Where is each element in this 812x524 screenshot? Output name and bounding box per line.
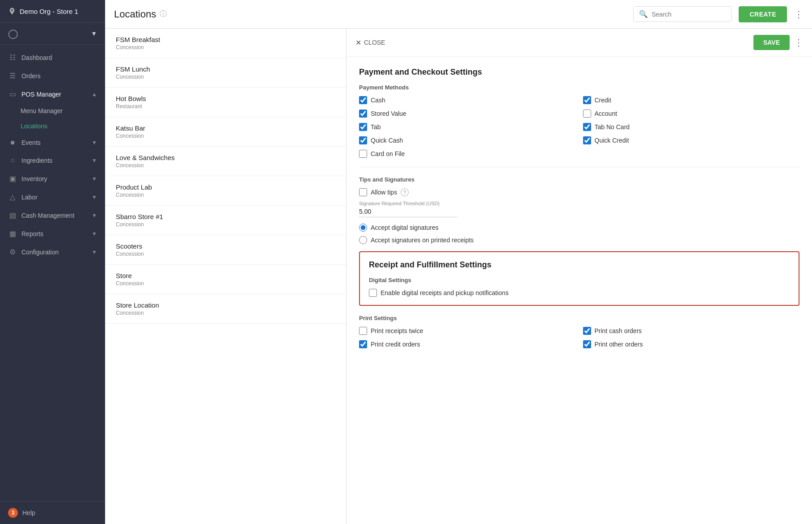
location-name: FSM Breakfast (116, 36, 335, 43)
sidebar-item-configuration[interactable]: ⚙ Configuration ▼ (0, 243, 105, 261)
payment-method-tab[interactable]: Tab (359, 123, 576, 131)
topbar: Locations ⓘ 🔍 CREATE ⋮ (105, 0, 812, 29)
sidebar-user[interactable]: ◯ ▼ (0, 23, 105, 45)
sidebar-item-cash-management[interactable]: ▤ Cash Management ▼ (0, 206, 105, 224)
sidebar-nav: ☷ Dashboard ☰ Orders ▭ POS Manager ▲ Men… (0, 45, 105, 501)
sidebar-item-reports[interactable]: ▦ Reports ▼ (0, 224, 105, 243)
more-options-icon[interactable]: ⋮ (794, 9, 803, 20)
allow-tips-help-icon[interactable]: ? (401, 188, 409, 196)
print-cash-checkbox[interactable] (583, 327, 591, 335)
create-button[interactable]: CREATE (739, 6, 787, 22)
quick-credit-checkbox[interactable] (583, 136, 591, 144)
chevron-down-icon: ▼ (92, 249, 97, 255)
digital-receipts-checkbox[interactable] (369, 289, 377, 297)
sidebar-item-label: Inventory (21, 175, 87, 182)
payment-section-title: Payment and Checkout Settings (359, 68, 799, 77)
location-type: Restaurant (116, 103, 335, 110)
help-circle-icon[interactable]: ⓘ (160, 9, 167, 19)
payment-method-card-on-file[interactable]: Card on File (359, 150, 576, 158)
list-item[interactable]: Scooters Concession (105, 235, 346, 265)
print-credit-checkbox[interactable] (359, 340, 367, 348)
digital-signature-radio[interactable] (359, 224, 367, 232)
list-item[interactable]: Product Lab Concession (105, 176, 346, 206)
sidebar-subitem-locations[interactable]: Locations (0, 118, 105, 134)
printed-signature-radio[interactable] (359, 236, 367, 244)
card-on-file-checkbox[interactable] (359, 150, 367, 158)
list-item[interactable]: Katsu Bar Concession (105, 117, 346, 147)
print-option-other-orders[interactable]: Print other orders (583, 340, 800, 348)
chevron-up-icon: ▲ (92, 91, 97, 97)
print-option-cash-orders[interactable]: Print cash orders (583, 327, 800, 335)
payment-method-account[interactable]: Account (583, 110, 800, 118)
tab-no-card-checkbox[interactable] (583, 123, 591, 131)
location-type: Concession (116, 310, 335, 316)
list-item[interactable]: FSM Breakfast Concession (105, 29, 346, 58)
allow-tips-checkbox[interactable] (359, 188, 367, 196)
print-twice-checkbox[interactable] (359, 327, 367, 335)
payment-method-stored-value[interactable]: Stored Value (359, 110, 576, 118)
sidebar-item-ingredients[interactable]: ○ Ingredients ▼ (0, 152, 105, 169)
payment-method-cash[interactable]: Cash (359, 96, 576, 104)
print-other-checkbox[interactable] (583, 340, 591, 348)
digital-receipts-checkbox-label[interactable]: Enable digital receipts and pickup notif… (369, 289, 790, 297)
location-name: Sbarro Store #1 (116, 213, 335, 220)
payment-method-credit[interactable]: Credit (583, 96, 800, 104)
chevron-down-icon: ▼ (92, 176, 97, 182)
location-type: Concession (116, 251, 335, 257)
location-name: Product Lab (116, 183, 335, 191)
list-item[interactable]: Sbarro Store #1 Concession (105, 206, 346, 235)
list-item[interactable]: Hot Bowls Restaurant (105, 88, 346, 117)
location-name: Katsu Bar (116, 124, 335, 132)
panel-header: ✕ CLOSE SAVE ⋮ (347, 29, 812, 57)
sidebar-item-label: Configuration (21, 249, 87, 256)
payment-method-tab-no-card[interactable]: Tab No Card (583, 123, 800, 131)
list-item[interactable]: Love & Sandwiches Concession (105, 147, 346, 176)
credit-checkbox[interactable] (583, 96, 591, 104)
stored-value-checkbox[interactable] (359, 110, 367, 118)
account-checkbox[interactable] (583, 110, 591, 118)
allow-tips-row: Allow tips ? (359, 188, 799, 196)
save-button[interactable]: SAVE (753, 35, 790, 50)
chevron-down-icon: ▼ (92, 139, 97, 146)
list-item[interactable]: Store Concession (105, 265, 346, 294)
panel-body: Payment and Checkout Settings Payment Me… (347, 57, 812, 366)
print-option-credit-orders[interactable]: Print credit orders (359, 340, 576, 348)
chevron-down-icon: ▼ (92, 212, 97, 219)
sidebar-item-orders[interactable]: ☰ Orders (0, 67, 105, 85)
search-input[interactable] (651, 11, 726, 18)
print-other-label: Print other orders (595, 341, 643, 348)
list-item[interactable]: FSM Lunch Concession (105, 58, 346, 88)
account-label: Account (595, 110, 617, 117)
location-name: Store (116, 272, 335, 279)
radio-digital-signatures[interactable]: Accept digital signatures (359, 224, 799, 232)
close-button[interactable]: ✕ CLOSE (355, 38, 385, 47)
location-type: Concession (116, 74, 335, 80)
cash-checkbox[interactable] (359, 96, 367, 104)
list-item[interactable]: Store Location Concession (105, 294, 346, 324)
sidebar-footer[interactable]: 3 Help (0, 501, 105, 524)
sidebar-item-events[interactable]: ■ Events ▼ (0, 134, 105, 152)
sidebar-item-pos-manager[interactable]: ▭ POS Manager ▲ (0, 85, 105, 103)
stored-value-label: Stored Value (371, 110, 406, 117)
sidebar-subitem-menu-manager[interactable]: Menu Manager (0, 103, 105, 118)
sidebar-item-dashboard[interactable]: ☷ Dashboard (0, 48, 105, 67)
credit-card-icon: ▤ (8, 211, 17, 220)
sidebar-item-labor[interactable]: △ Labor ▼ (0, 188, 105, 206)
sidebar-item-inventory[interactable]: ▣ Inventory ▼ (0, 169, 105, 188)
allow-tips-checkbox-label[interactable]: Allow tips (359, 188, 397, 196)
payment-method-quick-credit[interactable]: Quick Credit (583, 136, 800, 144)
panel-more-icon[interactable]: ⋮ (794, 37, 803, 48)
bag-icon: ○ (8, 156, 17, 165)
payment-method-quick-cash[interactable]: Quick Cash (359, 136, 576, 144)
search-box[interactable]: 🔍 (633, 6, 732, 22)
monitor-icon: ▭ (8, 90, 17, 98)
print-cash-label: Print cash orders (595, 327, 642, 334)
sidebar-item-label: Labor (21, 194, 87, 201)
print-option-receipts-twice[interactable]: Print receipts twice (359, 327, 576, 335)
calendar-icon: ■ (8, 139, 17, 147)
tab-checkbox[interactable] (359, 123, 367, 131)
sidebar-item-label: Events (21, 139, 87, 146)
radio-printed-signatures[interactable]: Accept signatures on printed receipts (359, 236, 799, 244)
quick-cash-checkbox[interactable] (359, 136, 367, 144)
card-on-file-label: Card on File (371, 150, 405, 157)
